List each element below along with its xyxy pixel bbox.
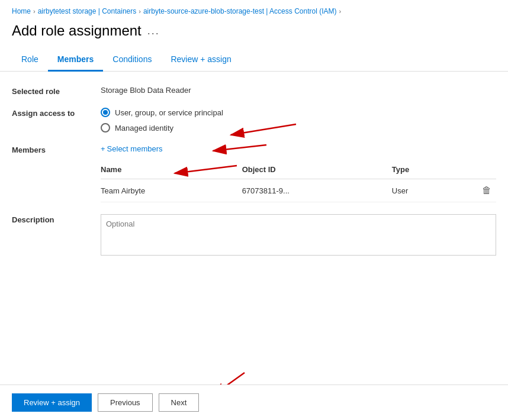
col-actions: [455, 160, 496, 179]
table-row: Team Airbyte 67073811-9... User 🗑: [101, 179, 496, 202]
selected-role-row: Selected role Storage Blob Data Reader: [12, 86, 496, 96]
description-value: [101, 214, 496, 257]
plus-icon: +: [101, 144, 105, 153]
cell-delete[interactable]: 🗑: [455, 179, 496, 202]
tab-conditions[interactable]: Conditions: [103, 49, 161, 72]
page-options-dots[interactable]: ...: [147, 25, 160, 37]
col-object-id: Object ID: [242, 160, 392, 179]
radio-user-group[interactable]: User, group, or service principal: [101, 108, 496, 117]
assign-access-row: Assign access to User, group, or service…: [12, 108, 496, 133]
page-title-row: Add role assignment ...: [0, 20, 508, 49]
delete-row-icon[interactable]: 🗑: [482, 185, 491, 195]
breadcrumb-sep-3: ›: [339, 8, 341, 15]
members-row: Members + Select members Name Object ID …: [12, 144, 496, 202]
col-name: Name: [101, 160, 242, 179]
select-members-link[interactable]: + Select members: [101, 144, 496, 153]
cell-type: User: [392, 179, 455, 202]
tab-bar: Role Members Conditions Review + assign: [0, 49, 508, 72]
breadcrumb-home[interactable]: Home: [12, 7, 31, 15]
assign-access-label: Assign access to: [12, 108, 101, 118]
cell-name: Team Airbyte: [101, 179, 242, 202]
previous-button[interactable]: Previous: [98, 393, 153, 412]
description-row: Description: [12, 214, 496, 257]
tab-role[interactable]: Role: [12, 49, 48, 72]
breadcrumb-storage[interactable]: airbytetest storage | Containers: [38, 7, 137, 15]
selected-role-label: Selected role: [12, 86, 101, 96]
members-table: Name Object ID Type Team Airbyte 6707381…: [101, 160, 496, 202]
tab-members[interactable]: Members: [48, 49, 103, 72]
breadcrumb-sep-2: ›: [139, 8, 141, 15]
radio-managed-identity[interactable]: Managed identity: [101, 123, 496, 133]
assign-access-options: User, group, or service principal Manage…: [101, 108, 496, 133]
description-label: Description: [12, 214, 101, 224]
breadcrumb: Home › airbytetest storage | Containers …: [0, 0, 508, 20]
selected-role-value: Storage Blob Data Reader: [101, 86, 496, 95]
content-area: Selected role Storage Blob Data Reader A…: [0, 72, 508, 281]
col-type: Type: [392, 160, 455, 179]
breadcrumb-sep-1: ›: [33, 8, 36, 15]
radio-group: User, group, or service principal Manage…: [101, 108, 496, 133]
cell-object-id: 67073811-9...: [242, 179, 392, 202]
select-members-text[interactable]: Select members: [107, 144, 163, 153]
radio-managed-identity-input[interactable]: [101, 123, 110, 133]
review-assign-button[interactable]: Review + assign: [12, 393, 92, 412]
members-label: Members: [12, 144, 101, 154]
breadcrumb-iam[interactable]: airbyte-source-azure-blob-storage-test |…: [143, 7, 337, 15]
page-title: Add role assignment: [12, 22, 142, 39]
footer: Review + assign Previous Next: [0, 385, 508, 420]
radio-user-group-label: User, group, or service principal: [115, 108, 223, 117]
members-form-area: + Select members Name Object ID Type: [101, 144, 496, 202]
next-button[interactable]: Next: [159, 393, 200, 412]
description-textarea[interactable]: [101, 214, 496, 256]
tab-review-assign[interactable]: Review + assign: [161, 49, 240, 72]
radio-managed-identity-label: Managed identity: [115, 124, 173, 133]
radio-user-group-input[interactable]: [101, 108, 110, 117]
